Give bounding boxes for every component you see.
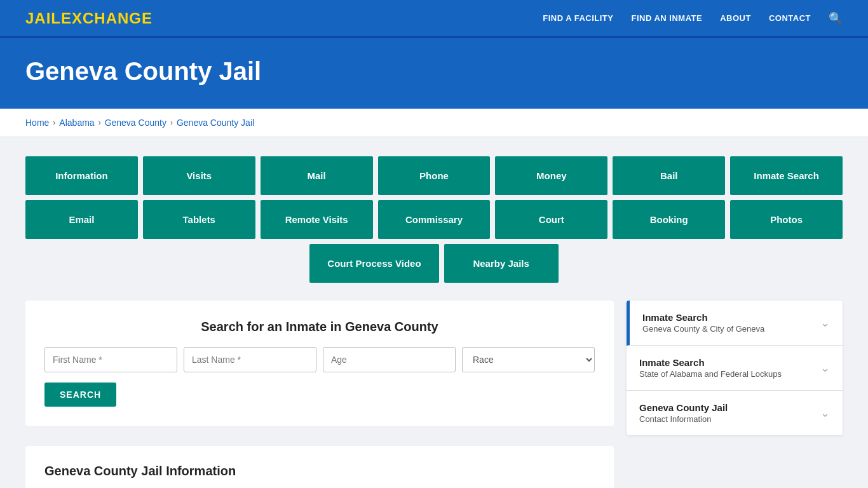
chevron-down-icon-1: ⌄	[820, 361, 830, 375]
info-title: Geneva County Jail Information	[44, 464, 595, 478]
mail-btn[interactable]: Mail	[261, 156, 373, 195]
nav-links: FIND A FACILITY FIND AN INMATE ABOUT CON…	[543, 11, 843, 25]
breadcrumb: Home › Alabama › Geneva County › Geneva …	[25, 118, 843, 128]
sidebar-item-subtitle-0: Geneva County & City of Geneva	[642, 324, 764, 334]
jail-crumb: Geneva County Jail	[177, 118, 254, 128]
sep-2: ›	[98, 118, 101, 127]
two-col-section: Search for an Inmate in Geneva County Ra…	[25, 301, 843, 488]
sidebar-item-title-0: Inmate Search	[642, 312, 764, 323]
email-btn[interactable]: Email	[25, 200, 138, 239]
phone-btn[interactable]: Phone	[378, 156, 491, 195]
information-btn[interactable]: Information	[25, 156, 138, 195]
last-name-input[interactable]	[184, 347, 316, 372]
find-inmate-link[interactable]: FIND AN INMATE	[631, 13, 702, 23]
search-icon[interactable]: 🔍	[829, 11, 843, 25]
logo-jail: JAIL	[25, 10, 61, 27]
alabama-crumb[interactable]: Alabama	[59, 118, 94, 128]
info-card: Geneva County Jail Information	[25, 446, 614, 488]
court-btn[interactable]: Court	[495, 200, 607, 239]
contact-link[interactable]: CONTACT	[769, 13, 811, 23]
visits-btn[interactable]: Visits	[143, 156, 255, 195]
main-content: Information Visits Mail Phone Money Bail…	[0, 137, 868, 488]
button-grid-row2: Email Tablets Remote Visits Commissary C…	[25, 200, 843, 239]
button-grid-row1: Information Visits Mail Phone Money Bail…	[25, 156, 843, 195]
county-crumb[interactable]: Geneva County	[105, 118, 166, 128]
button-grid-row3: Court Process Video Nearby Jails	[25, 244, 843, 283]
sidebar-inmate-search-alabama[interactable]: Inmate Search State of Alabama and Feder…	[627, 346, 843, 391]
sep-3: ›	[170, 118, 173, 127]
tablets-btn[interactable]: Tablets	[143, 200, 255, 239]
navbar: JAILEXCHANGE FIND A FACILITY FIND AN INM…	[0, 0, 868, 38]
remote-visits-btn[interactable]: Remote Visits	[261, 200, 373, 239]
age-input[interactable]	[323, 347, 456, 372]
sidebar-inmate-search-geneva[interactable]: Inmate Search Geneva County & City of Ge…	[627, 301, 843, 346]
home-crumb[interactable]: Home	[25, 118, 49, 128]
chevron-down-icon-0: ⌄	[820, 316, 830, 330]
inmate-search-btn[interactable]: Inmate Search	[730, 156, 843, 195]
search-button[interactable]: SEARCH	[44, 383, 116, 407]
logo-exchange: EXCHANGE	[61, 10, 153, 27]
booking-btn[interactable]: Booking	[613, 200, 725, 239]
page-title: Geneva County Jail	[25, 57, 843, 86]
hero-section: Geneva County Jail	[0, 38, 868, 109]
nearby-jails-btn[interactable]: Nearby Jails	[444, 244, 559, 283]
race-select[interactable]: Race White Black Hispanic Asian Other	[462, 347, 595, 372]
breadcrumb-bar: Home › Alabama › Geneva County › Geneva …	[0, 109, 868, 137]
sidebar-item-subtitle-1: State of Alabama and Federal Lockups	[639, 369, 782, 379]
sidebar-item-subtitle-2: Contact Information	[639, 414, 728, 424]
chevron-down-icon-2: ⌄	[820, 406, 830, 420]
commissary-btn[interactable]: Commissary	[378, 200, 491, 239]
sep-1: ›	[53, 118, 55, 127]
sidebar-contact-info[interactable]: Geneva County Jail Contact Information ⌄	[627, 391, 843, 435]
find-facility-link[interactable]: FIND A FACILITY	[543, 13, 613, 23]
sidebar: Inmate Search Geneva County & City of Ge…	[627, 301, 843, 435]
logo[interactable]: JAILEXCHANGE	[25, 10, 153, 27]
sidebar-item-title-2: Geneva County Jail	[639, 402, 728, 413]
court-process-video-btn[interactable]: Court Process Video	[309, 244, 438, 283]
first-name-input[interactable]	[44, 347, 177, 372]
search-fields: Race White Black Hispanic Asian Other	[44, 347, 595, 372]
search-title: Search for an Inmate in Geneva County	[44, 320, 595, 334]
search-card: Search for an Inmate in Geneva County Ra…	[25, 301, 614, 426]
bail-btn[interactable]: Bail	[613, 156, 725, 195]
photos-btn[interactable]: Photos	[730, 200, 843, 239]
money-btn[interactable]: Money	[495, 156, 607, 195]
sidebar-item-title-1: Inmate Search	[639, 357, 782, 368]
about-link[interactable]: ABOUT	[720, 13, 751, 23]
